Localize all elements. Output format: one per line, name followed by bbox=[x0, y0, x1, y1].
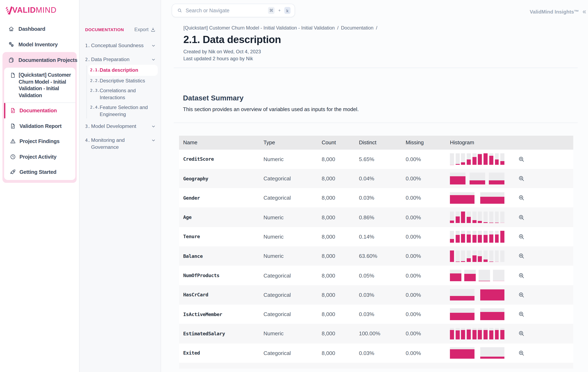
histogram-bar bbox=[500, 328, 504, 340]
zoom-in-icon[interactable] bbox=[518, 272, 525, 279]
sidebar-item-label: Documentation bbox=[20, 108, 57, 114]
column-header-type: Type bbox=[263, 139, 322, 146]
breadcrumb-item[interactable]: [Quickstart] Customer Churn Model - Init… bbox=[183, 25, 335, 31]
zoom-in-icon[interactable] bbox=[518, 175, 525, 182]
table-row-numofproducts: NumOfProductsCategorical8,0000.05%0.00% bbox=[179, 266, 573, 285]
histogram-bar bbox=[479, 270, 490, 281]
histogram bbox=[450, 289, 504, 301]
histogram-bar bbox=[472, 212, 477, 223]
histogram-bar bbox=[489, 212, 493, 223]
doc-section-1-conceptual-soundness[interactable]: 1.Conceptual Soundness bbox=[80, 39, 160, 52]
pages-icon bbox=[8, 57, 14, 63]
sidebar-item-documentation-projects[interactable]: Documentation Projects bbox=[2, 52, 77, 68]
zoom-in-icon[interactable] bbox=[518, 253, 525, 259]
search-icon bbox=[177, 8, 182, 13]
section-label: Data Preparation bbox=[91, 56, 148, 63]
zoom-in-icon[interactable] bbox=[518, 214, 525, 221]
sidebar-item-dashboard[interactable]: Dashboard bbox=[0, 21, 79, 36]
export-button[interactable]: Export bbox=[134, 27, 156, 32]
doc-section-3-model-development[interactable]: 3.Model Development bbox=[80, 120, 160, 133]
cell-name: Gender bbox=[183, 195, 263, 201]
zoom-in-icon[interactable] bbox=[518, 330, 525, 337]
cell-distinct: 100.00% bbox=[359, 330, 406, 337]
cell-name: Tenure bbox=[183, 234, 263, 240]
zoom-in-icon[interactable] bbox=[518, 291, 525, 298]
cell-distinct: 0.03% bbox=[359, 292, 406, 298]
collapse-sidebar-icon[interactable] bbox=[582, 10, 587, 14]
cell-missing: 0.00% bbox=[406, 330, 450, 337]
histogram-bar bbox=[500, 212, 504, 223]
cell-missing: 0.00% bbox=[406, 195, 450, 201]
section-label: Monitoring and Governance bbox=[91, 137, 148, 151]
section-title: Dataset Summary bbox=[183, 94, 588, 102]
cell-count: 8,000 bbox=[322, 156, 359, 162]
cell-missing: 0.00% bbox=[406, 253, 450, 259]
sidebar-item-getting-started[interactable]: Getting Started bbox=[4, 164, 75, 180]
cell-type: Categorical bbox=[263, 195, 322, 201]
cell-missing: 0.00% bbox=[406, 311, 450, 317]
histogram-bar bbox=[467, 231, 471, 243]
sidebar-item-project-findings[interactable]: Project Findings bbox=[4, 134, 75, 149]
header-divider bbox=[174, 67, 578, 68]
column-header-name: Name bbox=[183, 139, 263, 146]
doc-section-4-monitoring-and-governance[interactable]: 4.Monitoring and Governance bbox=[80, 134, 160, 153]
breadcrumb-item[interactable]: Documentation bbox=[341, 25, 374, 31]
search-input[interactable]: Search or Navigate ⌘ + k bbox=[172, 4, 295, 17]
histogram-bar bbox=[495, 250, 499, 262]
table-row-balance: BalanceNumeric8,00063.60%0.00% bbox=[179, 246, 573, 266]
doc-section-2-2-descriptive-statistics[interactable]: 2.2.Descriptive Statistics bbox=[88, 76, 158, 86]
table-row-estimatedsalary: EstimatedSalaryNumeric8,000100.00%0.00% bbox=[179, 324, 573, 343]
sidebar-item-label: Project Findings bbox=[20, 138, 60, 145]
chevron-down-icon[interactable] bbox=[151, 124, 156, 129]
zoom-in-icon[interactable] bbox=[518, 350, 525, 356]
sidebar-item-project-activity[interactable]: Project Activity bbox=[4, 149, 75, 164]
chevron-down-icon[interactable] bbox=[151, 43, 156, 48]
zoom-in-icon[interactable] bbox=[518, 194, 525, 202]
histogram-bar bbox=[472, 250, 477, 262]
table-footer-strip bbox=[179, 363, 573, 369]
histogram bbox=[450, 153, 504, 165]
home-icon bbox=[8, 26, 14, 32]
cell-distinct: 0.03% bbox=[359, 350, 406, 356]
histogram-bar bbox=[500, 231, 504, 243]
histogram-bar bbox=[461, 153, 465, 165]
page-title: 2.1. Data description bbox=[183, 33, 588, 45]
cell-name: CreditScore bbox=[183, 156, 263, 162]
last-updated: Last updated 2 hours ago by Nik bbox=[183, 55, 588, 63]
cell-distinct: 63.60% bbox=[359, 253, 406, 259]
histogram-bar bbox=[461, 212, 465, 223]
histogram bbox=[450, 192, 504, 204]
doc-section-2-data-preparation[interactable]: 2.Data Preparation bbox=[80, 53, 160, 66]
histogram-bar bbox=[455, 250, 460, 262]
histogram-bar bbox=[469, 173, 485, 184]
cell-name: Age bbox=[183, 214, 263, 220]
sidebar-item-model-inventory[interactable]: Model Inventory bbox=[0, 36, 79, 52]
table-body: CreditScoreNumeric8,0005.65%0.00%Geograp… bbox=[179, 149, 573, 363]
cell-distinct: 5.65% bbox=[359, 156, 406, 162]
sidebar-item-validation-report[interactable]: Validation Report bbox=[4, 118, 75, 134]
project-card-nav: DocumentationValidation ReportProject Fi… bbox=[4, 103, 75, 180]
cell-type: Numeric bbox=[263, 214, 322, 220]
chevron-down-icon[interactable] bbox=[151, 57, 156, 62]
project-card-item[interactable]: [Quickstart] Customer Churn Model - Init… bbox=[4, 68, 75, 103]
sidebar-item-documentation[interactable]: Documentation bbox=[4, 103, 75, 118]
cell-name: HasCrCard bbox=[183, 292, 263, 298]
cell-name: Exited bbox=[183, 350, 263, 356]
histogram-bar bbox=[472, 231, 477, 243]
histogram-bar bbox=[467, 250, 471, 262]
zoom-in-icon[interactable] bbox=[518, 156, 525, 162]
doc-section-2-1-data-description[interactable]: 2.1.Data description bbox=[88, 65, 158, 76]
section-number: 1. bbox=[85, 42, 91, 49]
doc-section-2-4-feature-selection-and-engineering[interactable]: 2.4.Feature Selection and Engineering bbox=[88, 103, 158, 119]
chevron-down-icon[interactable] bbox=[151, 138, 156, 143]
validmind-logo[interactable]: VALIDMIND bbox=[6, 5, 79, 16]
column-header-count: Count bbox=[322, 139, 359, 146]
cell-distinct: 0.03% bbox=[359, 311, 406, 317]
section-label: Correlations and Interactions bbox=[100, 87, 156, 101]
cell-count: 8,000 bbox=[322, 311, 359, 317]
zoom-in-icon[interactable] bbox=[518, 311, 525, 318]
histogram-bar bbox=[467, 212, 471, 223]
doc-section-2-3-correlations-and-interactions[interactable]: 2.3.Correlations and Interactions bbox=[88, 86, 158, 103]
histogram-bar bbox=[461, 250, 465, 262]
zoom-in-icon[interactable] bbox=[518, 233, 525, 240]
